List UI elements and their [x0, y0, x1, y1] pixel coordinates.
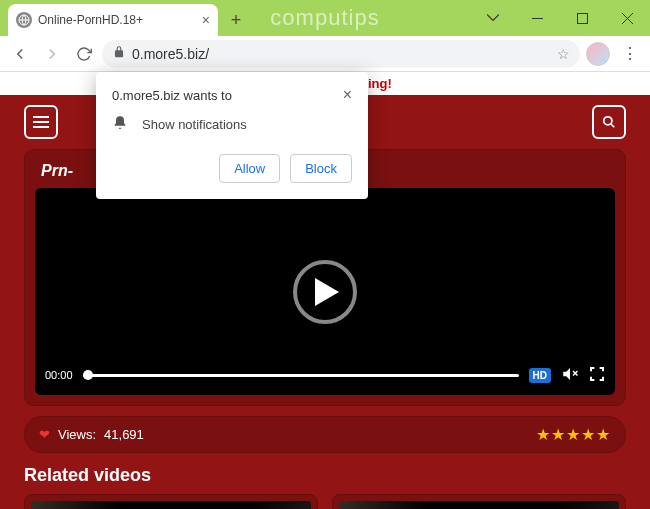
- forward-button[interactable]: [38, 40, 66, 68]
- toolbar: 0.more5.biz/ ☆ ⋮: [0, 36, 650, 72]
- views-count: 41,691: [104, 427, 144, 442]
- dropdown-icon[interactable]: [470, 0, 515, 36]
- maximize-button[interactable]: [560, 0, 605, 36]
- window-titlebar: Online-PornHD.18+ × + computips: [0, 0, 650, 36]
- back-button[interactable]: [6, 40, 34, 68]
- address-bar[interactable]: 0.more5.biz/ ☆: [102, 40, 580, 68]
- mute-icon[interactable]: [561, 365, 579, 385]
- lock-icon: [112, 45, 126, 62]
- hamburger-menu-icon[interactable]: [24, 105, 58, 139]
- kebab-menu-icon[interactable]: ⋮: [616, 40, 644, 68]
- globe-icon: [16, 12, 32, 28]
- related-thumb[interactable]: [332, 494, 626, 509]
- tab-title: Online-PornHD.18+: [38, 13, 143, 27]
- close-window-button[interactable]: [605, 0, 650, 36]
- time-display: 00:00: [45, 369, 73, 381]
- url-text: 0.more5.biz/: [132, 46, 551, 62]
- window-controls: [470, 0, 650, 36]
- related-heading: Related videos: [24, 465, 626, 486]
- block-button[interactable]: Block: [290, 154, 352, 183]
- search-icon[interactable]: [592, 105, 626, 139]
- video-player[interactable]: 00:00 HD: [35, 188, 615, 395]
- thumbnail-image: [31, 501, 311, 509]
- svg-point-8: [604, 117, 612, 125]
- related-thumb[interactable]: [24, 494, 318, 509]
- player-controls: 00:00 HD: [35, 355, 615, 395]
- permission-request-label: Show notifications: [142, 117, 247, 132]
- reload-button[interactable]: [70, 40, 98, 68]
- close-icon[interactable]: ×: [343, 88, 352, 103]
- svg-line-9: [611, 124, 615, 128]
- thumbnail-image: [339, 501, 619, 509]
- heart-icon[interactable]: ❤: [39, 427, 50, 442]
- minimize-button[interactable]: [515, 0, 560, 36]
- allow-button[interactable]: Allow: [219, 154, 280, 183]
- close-icon[interactable]: ×: [202, 12, 210, 28]
- svg-rect-2: [578, 13, 588, 23]
- seek-handle[interactable]: [83, 370, 93, 380]
- bookmark-star-icon[interactable]: ☆: [557, 46, 570, 62]
- notification-permission-popup: 0.more5.biz wants to × Show notification…: [96, 72, 368, 199]
- watermark-text: computips: [270, 5, 379, 31]
- rating-stars[interactable]: ★★★★★: [536, 425, 611, 444]
- bell-icon: [112, 115, 128, 134]
- profile-avatar[interactable]: [584, 40, 612, 68]
- permission-origin: 0.more5.biz wants to: [112, 88, 232, 103]
- play-button[interactable]: [293, 260, 357, 324]
- video-meta: ❤ Views: 41,691 ★★★★★: [24, 416, 626, 453]
- hd-badge[interactable]: HD: [529, 368, 551, 383]
- new-tab-button[interactable]: +: [222, 6, 250, 34]
- views-label: Views:: [58, 427, 96, 442]
- browser-tab[interactable]: Online-PornHD.18+ ×: [8, 4, 218, 36]
- seek-bar[interactable]: [83, 374, 519, 377]
- fullscreen-icon[interactable]: [589, 366, 605, 384]
- related-list: [24, 494, 626, 509]
